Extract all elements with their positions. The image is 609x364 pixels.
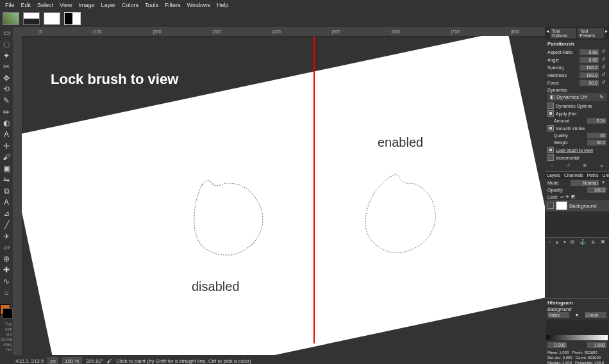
hardness-input[interactable]: 100.0	[580, 72, 599, 78]
measure-icon[interactable]: ⊿	[1, 209, 12, 219]
raise-layer-icon[interactable]: ▴	[556, 239, 558, 245]
flip-icon[interactable]: ⇋	[1, 175, 12, 185]
spacing-input[interactable]: 100.0	[580, 65, 599, 70]
crop-icon[interactable]: ✂	[1, 62, 12, 72]
paintbrush-icon[interactable]: 🖌	[1, 153, 12, 162]
range-high[interactable]: 1.000	[587, 342, 606, 348]
histogram-channel-dropdown[interactable]: Value	[547, 312, 569, 318]
tab-layers[interactable]: Layers	[545, 172, 562, 179]
range-low[interactable]: 0.000	[547, 342, 567, 348]
move-icon[interactable]: ✥	[1, 74, 12, 83]
edit-icon[interactable]: ✎	[599, 94, 604, 100]
delete-layer-icon[interactable]: ✖	[601, 239, 605, 245]
visibility-toggle[interactable]	[547, 203, 554, 209]
reset-preset-icon[interactable]: ◂	[600, 163, 603, 169]
mode-dropdown[interactable]: Normal	[571, 180, 599, 186]
save-preset-icon[interactable]: ▫	[551, 163, 553, 169]
merge-down-icon[interactable]: ⇊	[591, 239, 596, 245]
pen-icon[interactable]: ✎	[1, 96, 12, 106]
bucket-icon[interactable]: ▣	[1, 164, 12, 174]
smooth-weight-input[interactable]: 50.0	[587, 140, 606, 145]
blur-icon[interactable]: ○	[1, 288, 12, 297]
jitter-amount-input[interactable]: 0.24	[587, 118, 606, 124]
menu-image[interactable]: Image	[76, 1, 97, 10]
chevron-down-icon[interactable]: ▾	[576, 312, 578, 318]
menu-layer[interactable]: Layer	[98, 1, 118, 10]
doc-thumb-4[interactable]	[64, 12, 81, 25]
layer-name[interactable]: Background	[569, 203, 597, 209]
tab-tool-presets[interactable]: Tool Presets	[578, 28, 604, 38]
restore-preset-icon[interactable]: ↺	[566, 163, 571, 169]
apply-jitter-checkbox[interactable]	[547, 110, 554, 117]
reset-icon[interactable]: ↺	[600, 49, 606, 55]
expand-dynamics-options[interactable]	[547, 103, 554, 109]
zoom-dropdown[interactable]: 100 %	[62, 357, 82, 365]
lock-brush-to-view-checkbox[interactable]	[547, 147, 554, 153]
background-color-swatch[interactable]	[3, 308, 13, 318]
reset-icon[interactable]: ↺	[600, 64, 606, 70]
angle-input[interactable]: 0.00	[580, 57, 599, 63]
anchor-layer-icon[interactable]: ⚓	[580, 239, 586, 245]
menu-file[interactable]: File	[3, 1, 17, 10]
force-input[interactable]: 50.0	[580, 80, 599, 86]
new-layer-icon[interactable]: ▫	[549, 239, 551, 245]
doc-thumb-3[interactable]	[44, 12, 60, 25]
pencil-icon[interactable]: ✏	[1, 107, 12, 117]
doc-thumb-2[interactable]	[23, 12, 40, 25]
align-icon[interactable]: ✛	[1, 141, 12, 151]
perspective-icon[interactable]: ⧉	[1, 186, 12, 196]
menu-select[interactable]: Select	[35, 1, 56, 10]
reset-icon[interactable]: ↺	[600, 56, 606, 63]
smudge-icon[interactable]: ∿	[1, 277, 12, 286]
histogram-layer: Background	[545, 307, 609, 311]
lock-position-icon[interactable]: ✛	[565, 194, 569, 199]
free-select-icon[interactable]: ◌	[1, 40, 12, 49]
text2-icon[interactable]: A	[1, 197, 12, 207]
incremental-checkbox[interactable]	[547, 154, 554, 161]
chevron-left-icon[interactable]: ◂	[546, 28, 549, 38]
aspect-ratio-input[interactable]: 0.00	[580, 49, 599, 55]
clone-icon[interactable]: ⊕	[1, 254, 12, 264]
demo-title: Lock brush to view	[51, 71, 178, 88]
histogram-scale-dropdown[interactable]: Linear	[585, 312, 606, 318]
rotate-icon[interactable]: ⟲	[1, 85, 12, 94]
brush-icon[interactable]: ╱	[1, 220, 12, 230]
lower-layer-icon[interactable]: ▾	[563, 239, 566, 245]
eyedropper-icon[interactable]: ◐	[1, 119, 12, 128]
dynamics-icon[interactable]: ◧	[550, 94, 555, 100]
viewport[interactable]: Lock brush to view disabled enabled	[22, 36, 545, 355]
menu-help[interactable]: Help	[214, 1, 231, 10]
lock-pixels-icon[interactable]: ▱	[560, 194, 563, 199]
lock-alpha-icon[interactable]: ◩	[571, 194, 576, 199]
tab-channels[interactable]: Channels	[562, 172, 585, 179]
text-icon[interactable]: A	[1, 130, 12, 140]
menu-colors[interactable]: Colors	[119, 1, 141, 10]
airbrush-icon[interactable]: ✈	[1, 231, 12, 241]
tab-paths[interactable]: Paths	[585, 172, 601, 179]
rect-select-icon[interactable]: ▭	[1, 28, 12, 38]
dynamics-dropdown[interactable]: Dynamics Off	[556, 94, 587, 100]
opacity-input[interactable]: 100.0	[587, 187, 606, 193]
smooth-stroke-checkbox[interactable]	[547, 125, 554, 131]
wand-icon[interactable]: ✦	[1, 51, 12, 60]
menu-view[interactable]: View	[57, 1, 74, 10]
smooth-quality-input[interactable]: 20	[587, 133, 606, 138]
menu-edit[interactable]: Edit	[19, 1, 34, 10]
duplicate-layer-icon[interactable]: ⧉	[571, 239, 574, 245]
delete-preset-icon[interactable]: ✖	[583, 163, 587, 169]
menu-tools[interactable]: Tools	[142, 1, 161, 10]
menu-filters[interactable]: Filters	[162, 1, 183, 10]
reset-icon[interactable]: ↺	[600, 72, 606, 78]
heal-icon[interactable]: ✚	[1, 265, 12, 275]
doc-thumb-1[interactable]	[3, 12, 19, 25]
opt-label: Quality	[554, 133, 586, 138]
reset-icon[interactable]: ↺	[600, 79, 606, 86]
unit-dropdown[interactable]: px	[47, 357, 58, 365]
menu-windows[interactable]: Windows	[184, 1, 213, 10]
tab-tool-options[interactable]: Tool Options	[550, 28, 576, 38]
chevron-down-icon[interactable]: ▾	[600, 179, 606, 186]
layer-row[interactable]: Background	[545, 200, 609, 211]
panel-menu-icon[interactable]: ▸	[605, 28, 608, 38]
tab-undo[interactable]: Undo	[601, 172, 610, 179]
eraser-icon[interactable]: ▱	[1, 243, 12, 252]
